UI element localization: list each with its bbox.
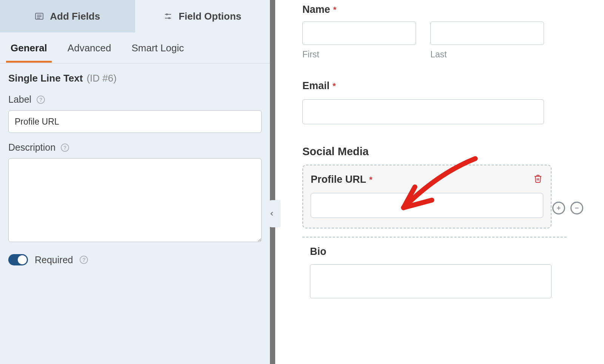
description-option-title: Description [8, 142, 55, 153]
label-input[interactable] [8, 110, 262, 133]
help-icon[interactable]: ? [61, 143, 69, 152]
required-toggle[interactable] [8, 254, 28, 265]
field-profile-url-selected[interactable]: Profile URL * [302, 165, 552, 228]
plus-icon [556, 205, 562, 211]
form-builder-app: Add Fields Field Options General Advance… [0, 0, 604, 364]
description-input[interactable] [8, 158, 262, 242]
options-panel: Add Fields Field Options General Advance… [0, 0, 270, 364]
help-icon[interactable]: ? [37, 96, 45, 104]
first-name-input[interactable] [302, 22, 416, 45]
chevron-left-icon [268, 210, 275, 217]
label-option-title: Label [8, 94, 31, 105]
tab-field-options[interactable]: Field Options [135, 0, 270, 32]
tab-add-fields-label: Add Fields [50, 11, 100, 22]
option-required-row: Required ? [0, 247, 270, 272]
bio-input[interactable] [310, 264, 552, 298]
profile-url-label: Profile URL [311, 174, 366, 185]
required-star: * [333, 5, 337, 15]
required-star: * [369, 175, 373, 185]
help-icon[interactable]: ? [80, 256, 88, 264]
field-type-name: Single Line Text [8, 72, 83, 84]
tab-field-options-label: Field Options [179, 11, 241, 22]
required-star: * [333, 81, 336, 91]
name-label: Name [302, 4, 330, 15]
required-label: Required [35, 254, 73, 265]
svg-point-7 [168, 17, 170, 19]
panel-divider [270, 0, 275, 364]
first-sublabel: First [302, 49, 416, 60]
subtab-general[interactable]: General [8, 33, 49, 62]
field-name[interactable]: Name * First Last [302, 4, 544, 60]
section-heading-social-media: Social Media [302, 145, 593, 158]
delete-field-button[interactable] [533, 174, 542, 185]
trash-icon [533, 174, 542, 184]
minus-icon [574, 205, 580, 211]
profile-url-input[interactable] [311, 193, 543, 218]
field-email[interactable]: Email * [302, 80, 544, 124]
remove-row-button[interactable] [570, 202, 583, 214]
sliders-icon [163, 12, 173, 21]
email-input[interactable] [302, 99, 544, 124]
form-preview: Name * First Last Email * Social Me [275, 0, 604, 364]
tab-add-fields[interactable]: Add Fields [0, 0, 135, 32]
repeater-controls [552, 202, 583, 214]
field-id: (ID #6) [86, 72, 116, 84]
last-sublabel: Last [430, 49, 544, 60]
bio-label: Bio [310, 246, 327, 258]
option-description-block: Description ? [0, 137, 270, 247]
panel-top-tabs: Add Fields Field Options [0, 0, 270, 32]
subtab-smart-logic[interactable]: Smart Logic [129, 33, 186, 62]
subtab-advanced[interactable]: Advanced [65, 33, 114, 62]
email-label: Email [302, 80, 330, 92]
add-row-button[interactable] [552, 202, 565, 214]
option-label-block: Label ? [0, 89, 270, 137]
list-icon [35, 12, 44, 21]
svg-point-6 [166, 14, 168, 15]
options-sub-tabs: General Advanced Smart Logic [0, 32, 270, 63]
field-bio[interactable]: Bio [302, 237, 567, 298]
last-name-input[interactable] [430, 22, 544, 45]
field-header: Single Line Text (ID #6) [0, 63, 270, 89]
